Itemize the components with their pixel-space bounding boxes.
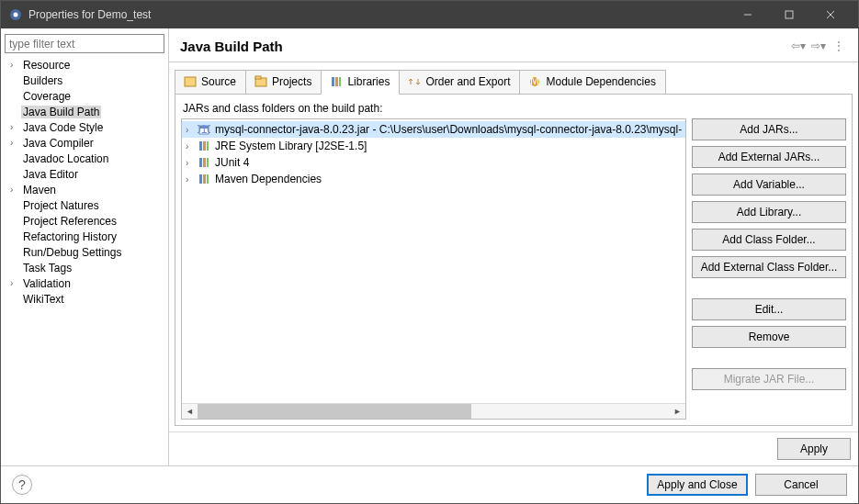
- sidebar-item-java-editor[interactable]: Java Editor: [5, 166, 164, 182]
- sidebar-item-validation[interactable]: ›Validation: [5, 275, 164, 291]
- description-label: JARs and class folders on the build path…: [181, 100, 846, 118]
- scroll-left-icon[interactable]: ◄: [182, 404, 198, 420]
- sidebar-item-label: Resource: [21, 59, 72, 72]
- horizontal-scrollbar[interactable]: ◄ ►: [182, 403, 685, 419]
- library-icon: [197, 172, 211, 186]
- projects-icon: [254, 74, 268, 89]
- tab-libraries[interactable]: Libraries: [321, 70, 400, 95]
- svg-rect-25: [207, 174, 209, 184]
- sidebar-item-javadoc-location[interactable]: Javadoc Location: [5, 151, 164, 166]
- chevron-right-icon: ›: [186, 174, 197, 185]
- svg-rect-19: [207, 141, 209, 151]
- edit-button[interactable]: Edit...: [692, 298, 846, 320]
- filter-input[interactable]: [5, 34, 164, 53]
- libraries-icon: [329, 74, 344, 89]
- svg-rect-20: [199, 158, 202, 167]
- add-external-jars-button[interactable]: Add External JARs...: [692, 146, 846, 168]
- cancel-button[interactable]: Cancel: [755, 474, 847, 496]
- add-class-folder-button[interactable]: Add Class Folder...: [692, 229, 846, 251]
- add-jars-button[interactable]: Add JARs...: [692, 118, 846, 140]
- chevron-right-icon: ›: [10, 60, 21, 70]
- sidebar-item-java-code-style[interactable]: ›Java Code Style: [5, 119, 164, 135]
- module-dependencies-icon: M: [527, 74, 542, 89]
- sidebar-item-project-natures[interactable]: Project Natures: [5, 197, 164, 213]
- sidebar-item-label: Validation: [21, 277, 73, 290]
- library-entry[interactable]: ›Maven Dependencies: [182, 171, 685, 187]
- maximize-button[interactable]: [768, 1, 809, 28]
- minimize-button[interactable]: [727, 1, 768, 28]
- tab-module-dependencies[interactable]: MModule Dependencies: [519, 70, 665, 94]
- help-icon[interactable]: ?: [12, 475, 32, 495]
- tab-order-and-export[interactable]: Order and Export: [399, 70, 520, 94]
- main-panel: Java Build Path ⇦▾ ⇨▾ ⋮ SourceProjectsLi…: [169, 28, 858, 465]
- sidebar-item-label: Java Compiler: [21, 137, 96, 150]
- apply-button[interactable]: Apply: [777, 438, 851, 460]
- scroll-right-icon[interactable]: ►: [670, 404, 685, 420]
- remove-button[interactable]: Remove: [692, 326, 846, 348]
- back-icon[interactable]: ⇦▾: [790, 38, 807, 54]
- library-entry-label: JRE System Library [J2SE-1.5]: [215, 140, 367, 152]
- sidebar-item-builders[interactable]: Builders: [5, 73, 164, 88]
- tab-label: Module Dependencies: [546, 75, 655, 88]
- tab-source[interactable]: Source: [175, 70, 246, 94]
- sidebar-item-run-debug-settings[interactable]: Run/Debug Settings: [5, 244, 164, 260]
- sidebar-item-label: Java Build Path: [21, 106, 101, 118]
- library-entry-label: Maven Dependencies: [215, 173, 322, 185]
- svg-rect-3: [786, 11, 793, 18]
- sidebar-item-java-build-path[interactable]: Java Build Path: [5, 104, 164, 119]
- library-entry[interactable]: ›010mysql-connector-java-8.0.23.jar - C:…: [182, 121, 685, 138]
- menu-icon[interactable]: ⋮: [831, 38, 847, 54]
- library-entry-label: mysql-connector-java-8.0.23.jar - C:\Use…: [215, 123, 682, 136]
- add-variable-button[interactable]: Add Variable...: [692, 174, 846, 196]
- chevron-right-icon: ›: [10, 122, 21, 132]
- svg-rect-17: [199, 141, 202, 151]
- tab-label: Source: [201, 75, 236, 88]
- sidebar-item-maven[interactable]: ›Maven: [5, 182, 164, 197]
- tab-projects[interactable]: Projects: [245, 70, 322, 94]
- forward-icon[interactable]: ⇨▾: [810, 38, 827, 54]
- library-icon: [197, 139, 211, 153]
- sidebar-item-task-tags[interactable]: Task Tags: [5, 260, 164, 275]
- chevron-right-icon: ›: [10, 185, 21, 195]
- library-list: ›010mysql-connector-java-8.0.23.jar - C:…: [181, 118, 686, 420]
- sidebar-item-label: Javadoc Location: [21, 152, 110, 165]
- library-icon: [197, 155, 211, 170]
- app-icon: [8, 7, 23, 22]
- svg-rect-24: [203, 174, 206, 184]
- sidebar-item-refactoring-history[interactable]: Refactoring History: [5, 229, 164, 244]
- sidebar-item-coverage[interactable]: Coverage: [5, 88, 164, 104]
- svg-rect-8: [255, 76, 261, 79]
- sidebar-item-label: Builders: [21, 74, 64, 87]
- page-title: Java Build Path: [180, 39, 786, 54]
- window-title: Properties for Demo_test: [28, 8, 727, 21]
- sidebar-item-label: Maven: [21, 184, 58, 196]
- add-library-button[interactable]: Add Library...: [692, 201, 846, 223]
- sidebar-item-label: Project References: [21, 215, 119, 228]
- close-button[interactable]: [809, 1, 851, 28]
- order-and-export-icon: [407, 74, 422, 89]
- sidebar-item-wikitext[interactable]: WikiText: [5, 291, 164, 307]
- library-entry[interactable]: ›JUnit 4: [182, 154, 685, 171]
- svg-rect-22: [207, 158, 209, 167]
- sidebar-item-java-compiler[interactable]: ›Java Compiler: [5, 135, 164, 151]
- svg-rect-10: [335, 77, 338, 86]
- library-entry[interactable]: ›JRE System Library [J2SE-1.5]: [182, 138, 685, 154]
- sidebar-item-label: Java Editor: [21, 168, 80, 181]
- svg-text:010: 010: [198, 123, 210, 136]
- sidebar-item-label: WikiText: [21, 293, 66, 306]
- apply-and-close-button[interactable]: Apply and Close: [647, 474, 748, 496]
- sidebar-item-resource[interactable]: ›Resource: [5, 57, 164, 73]
- sidebar-item-label: Task Tags: [21, 262, 73, 274]
- tab-label: Order and Export: [425, 75, 510, 88]
- chevron-right-icon: ›: [186, 125, 197, 135]
- svg-text:M: M: [530, 75, 539, 87]
- sidebar-item-project-references[interactable]: Project References: [5, 213, 164, 229]
- footer: ? Apply and Close Cancel: [1, 465, 858, 503]
- side-buttons: Add JARs... Add External JARs... Add Var…: [692, 118, 846, 420]
- migrate-jar-button: Migrate JAR File...: [692, 368, 846, 390]
- sidebar-item-label: Refactoring History: [21, 230, 119, 243]
- tab-bar: SourceProjectsLibrariesOrder and ExportM…: [169, 62, 858, 94]
- svg-rect-6: [185, 77, 196, 86]
- add-external-class-folder-button[interactable]: Add External Class Folder...: [692, 256, 846, 278]
- sidebar-item-label: Java Code Style: [21, 121, 105, 134]
